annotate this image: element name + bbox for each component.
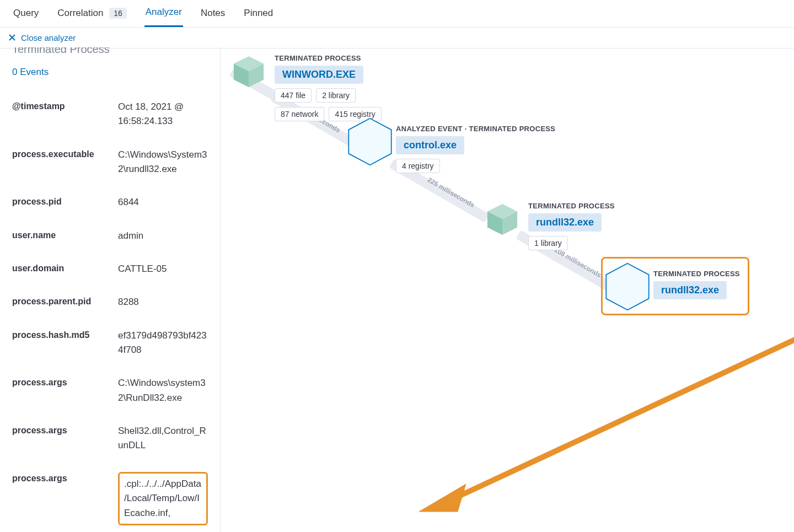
field-row: process.pid 6844 [12,195,208,209]
field-value: admin [118,229,143,243]
field-key: process.args [12,376,111,389]
field-row: process.parent.pid 8288 [12,295,208,309]
node-type: TERMINATED PROCESS [528,202,615,210]
cube-icon [353,125,387,159]
field-key: user.name [12,229,111,242]
field-row: process.args C:\Windows\system32\RunDll3… [12,376,208,405]
node-info: ANALYZED EVENT · TERMINATED PROCESS cont… [396,125,555,173]
cube-icon [232,54,266,88]
node-info: TERMINATED PROCESS rundll32.exe [653,270,740,299]
field-value: CATTLE-05 [118,262,167,276]
node-title[interactable]: WINWORD.EXE [275,66,363,84]
events-link[interactable]: 0 Events [12,67,208,78]
field-key: process.args [12,424,111,437]
field-key: process.pid [12,195,111,208]
field-value-highlighted: .cpl:../../../AppData/Local/Temp/Low/IEc… [118,472,208,525]
node-title[interactable]: rundll32.exe [528,213,602,232]
field-row: process.executable C:\Windows\System32\r… [12,148,208,177]
cube-icon [485,202,519,236]
node-type: ANALYZED EVENT · TERMINATED PROCESS [396,125,555,133]
pill[interactable]: 4 registry [396,159,440,173]
field-row: user.name admin [12,229,208,243]
field-key: process.parent.pid [12,295,111,308]
node-type: TERMINATED PROCESS [653,270,740,278]
field-value: Oct 18, 2021 @ 16:58:24.133 [118,100,208,129]
field-row: @timestamp Oct 18, 2021 @ 16:58:24.133 [12,100,208,129]
field-value: Shell32.dll,Control_RunDLL [118,424,208,453]
process-node-highlighted[interactable]: TERMINATED PROCESS rundll32.exe [601,257,749,315]
pill[interactable]: 87 network [275,107,324,121]
field-row: process.args Shell32.dll,Control_RunDLL [12,424,208,453]
svg-line-14 [449,330,794,501]
field-value: ef3179d498793bf4234f708 [118,329,208,358]
tab-query[interactable]: Query [12,8,40,26]
node-title[interactable]: control.exe [396,136,464,154]
pill[interactable]: 415 registry [329,107,381,121]
close-analyzer-bar: Close analyzer [0,28,794,49]
field-value: 6844 [118,195,139,209]
svg-marker-15 [419,484,466,512]
fields-list: @timestamp Oct 18, 2021 @ 16:58:24.133 p… [12,100,208,525]
field-row: user.domain CATTLE-05 [12,262,208,276]
cube-icon [610,270,645,304]
pill-row: 447 file 2 library [275,88,356,103]
tab-correlation-badge: 16 [109,8,127,19]
details-sidebar: Terminated Process 0 Events @timestamp O… [0,47,221,532]
field-value: 8288 [118,295,139,309]
node-title[interactable]: rundll32.exe [653,281,727,299]
tabs-bar: Query Correlation 16 Analyzer Notes Pinn… [0,0,794,28]
tab-notes[interactable]: Notes [200,8,226,26]
tab-correlation[interactable]: Correlation 16 [56,8,127,26]
tab-correlation-label: Correlation [57,8,103,18]
pill[interactable]: 1 library [528,236,568,250]
pill[interactable]: 2 library [316,88,356,103]
field-key: process.hash.md5 [12,329,111,342]
pill-row: 1 library [528,236,568,250]
close-analyzer-link[interactable]: Close analyzer [21,33,76,42]
sidebar-title: Terminated Process [12,47,208,56]
process-node[interactable]: TERMINATED PROCESS rundll32.exe 1 librar… [485,202,615,250]
tab-pinned[interactable]: Pinned [243,8,274,26]
field-row: process.args .cpl:../../../AppData/Local… [12,472,208,525]
node-info: TERMINATED PROCESS rundll32.exe 1 librar… [528,202,615,250]
process-node[interactable]: TERMINATED PROCESS WINWORD.EXE 447 file … [232,54,382,121]
process-tree-canvas[interactable]: 36 seconds 225 milliseconds 108 millisec… [221,47,794,532]
pill[interactable]: 447 file [275,88,312,103]
pill-row: 4 registry [396,159,440,173]
node-info: TERMINATED PROCESS WINWORD.EXE 447 file … [275,54,382,121]
close-icon[interactable] [9,33,15,42]
field-value: .cpl:../../../AppData/Local/Temp/Low/IEc… [118,472,208,525]
field-key: process.args [12,472,111,485]
field-key: process.executable [12,148,111,161]
tab-analyzer[interactable]: Analyzer [144,7,183,27]
field-value: C:\Windows\System32\rundll32.exe [118,148,208,177]
node-type: TERMINATED PROCESS [275,54,361,62]
pill-row: 87 network 415 registry [275,107,382,121]
process-node-analyzed[interactable]: ANALYZED EVENT · TERMINATED PROCESS cont… [353,125,555,173]
annotation-arrow [419,330,794,517]
field-row: process.hash.md5 ef3179d498793bf4234f708 [12,329,208,358]
field-key: user.domain [12,262,111,275]
field-value: C:\Windows\system32\RunDll32.exe [118,376,208,405]
main-layout: Terminated Process 0 Events @timestamp O… [0,47,794,532]
field-key: @timestamp [12,100,111,113]
